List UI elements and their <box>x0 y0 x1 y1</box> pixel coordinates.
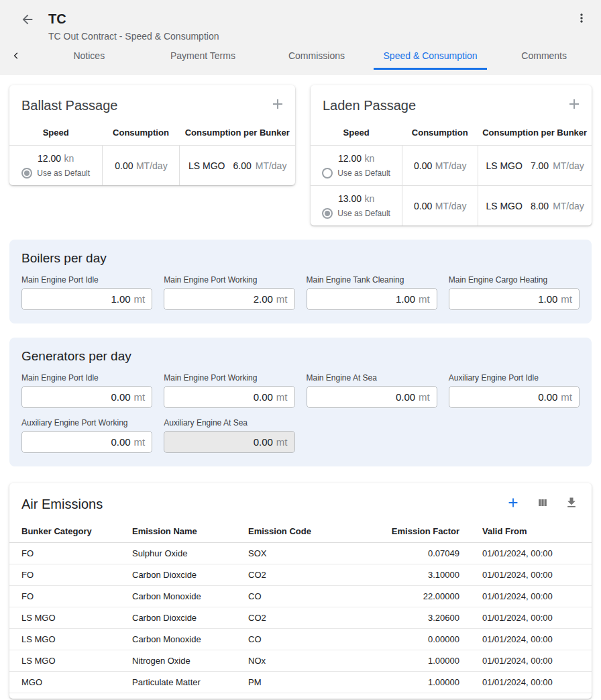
emission-name-cell: Carbon Dioxcide <box>132 564 248 586</box>
column-header-valid-from: Valid From <box>459 521 592 543</box>
back-button[interactable] <box>19 12 36 30</box>
column-header-emission-name: Emission Name <box>132 521 248 543</box>
field-label: Main Engine At Sea <box>307 373 437 383</box>
bunker-category-cell: MGO <box>9 672 132 693</box>
bunker-category-cell: FO <box>9 564 132 586</box>
field-unit: mt <box>419 293 430 305</box>
arrow-left-icon <box>20 12 35 30</box>
bunker-category-cell: FO <box>9 543 132 564</box>
add-emission-button[interactable] <box>506 495 521 513</box>
emission-code-cell: CO2 <box>248 564 369 586</box>
boilers-main-engine-cargo-heating-input[interactable]: 1.00 mt <box>449 288 580 310</box>
emission-code-cell: CO <box>248 629 369 650</box>
use-as-default-label: Use as Default <box>37 168 90 178</box>
emission-name-cell: Sulphur Oxide <box>132 543 248 564</box>
column-header-consumption-per-bunker: Consumption per Bunker <box>179 128 295 138</box>
app-header: TC TC Out Contract - Speed & Consumption… <box>0 0 601 75</box>
emission-row[interactable]: MGO Particulate Matter PM 1.00000 01/01/… <box>9 672 592 693</box>
field-value: 2.00 <box>254 293 273 305</box>
emission-row[interactable]: FO Carbon Dioxcide CO2 3.10000 01/01/202… <box>9 564 592 586</box>
emission-row[interactable]: FO Sulphur Oxide SOX 0.07049 01/01/2024,… <box>9 543 592 564</box>
tab-bar: Notices Payment Terms Commissions Speed … <box>0 43 601 70</box>
boilers-main-engine-tank-cleaning-input[interactable]: 1.00 mt <box>307 288 437 310</box>
kebab-menu-button[interactable] <box>573 11 590 28</box>
field-generators-auxiliary-engine-at-sea: Auxiliary Engine At Sea 0.00 mt <box>164 418 294 453</box>
radio-unselected-icon[interactable] <box>322 168 333 179</box>
field-label: Main Engine Port Working <box>164 275 294 285</box>
valid-from-cell: 01/01/2024, 00:00 <box>459 586 592 607</box>
laden-speed-cell: 12.00 kn Use as Default <box>311 146 402 185</box>
bunker-value: 6.00 <box>233 160 251 171</box>
boilers-main-engine-port-idle-input[interactable]: 1.00 mt <box>21 288 152 310</box>
generators-auxiliary-engine-port-working-input[interactable]: 0.00 mt <box>21 431 152 453</box>
boilers-main-engine-port-working-input[interactable]: 2.00 mt <box>164 288 294 310</box>
radio-selected-icon[interactable] <box>21 168 32 179</box>
field-label: Main Engine Port Working <box>164 373 294 383</box>
bunker-unit: MT/day <box>553 160 584 171</box>
boilers-section-title: Boilers per day <box>21 251 580 266</box>
laden-speed-row: 12.00 kn Use as Default 0.00 MT/day LS M… <box>311 145 592 185</box>
field-unit: mt <box>561 391 572 403</box>
emission-factor-cell: 0.07049 <box>369 543 459 564</box>
generators-main-engine-at-sea-input[interactable]: 0.00 mt <box>307 386 437 408</box>
download-icon <box>565 496 578 512</box>
tab-comments[interactable]: Comments <box>487 43 601 70</box>
field-generators-main-engine-port-idle: Main Engine Port Idle 0.00 mt <box>21 373 152 408</box>
air-emissions-card: Air Emissions <box>9 483 592 699</box>
field-boilers-main-engine-cargo-heating: Main Engine Cargo Heating 1.00 mt <box>449 275 580 310</box>
boilers-per-day-section: Boilers per day Main Engine Port Idle 1.… <box>9 240 592 323</box>
bunker-name: LS MGO <box>188 160 225 171</box>
radio-selected-icon[interactable] <box>322 208 333 219</box>
tab-scroll-left-button[interactable] <box>0 43 32 70</box>
field-unit: mt <box>276 391 288 403</box>
tab-payment-terms[interactable]: Payment Terms <box>146 43 260 70</box>
columns-icon <box>536 496 549 512</box>
tab-commissions[interactable]: Commissions <box>260 43 374 70</box>
field-unit: mt <box>561 293 572 305</box>
ballast-add-speed-button[interactable] <box>270 96 286 115</box>
download-button[interactable] <box>565 496 578 512</box>
use-as-default-option[interactable]: Use as Default <box>21 168 90 179</box>
emission-row[interactable]: LS MGO Nitrogen Oxide NOx 1.00000 01/01/… <box>9 650 592 672</box>
bunker-category-cell: LS MGO <box>9 629 132 650</box>
header-top-row: TC TC Out Contract - Speed & Consumption <box>0 0 601 42</box>
bunker-category-cell: FO <box>9 586 132 607</box>
generators-auxiliary-engine-at-sea-input: 0.00 mt <box>164 431 294 453</box>
valid-from-cell: 01/01/2024, 00:00 <box>459 607 592 629</box>
speed-value: 13.00 <box>338 193 362 204</box>
emission-factor-cell: 1.00000 <box>369 672 459 693</box>
field-generators-main-engine-port-working: Main Engine Port Working 0.00 mt <box>164 373 294 408</box>
emission-factor-cell: 0.00000 <box>369 629 459 650</box>
emission-row[interactable]: LS MGO Carbon Dioxcide CO2 3.20600 01/01… <box>9 607 592 629</box>
emission-row[interactable]: LS MGO Carbon Monoxide CO 0.00000 01/01/… <box>9 629 592 650</box>
field-unit: mt <box>419 391 430 403</box>
laden-speed-row: 13.00 kn Use as Default 0.00 MT/day LS M… <box>311 185 592 226</box>
laden-add-speed-button[interactable] <box>566 96 582 115</box>
laden-speed-cell: 13.00 kn Use as Default <box>311 186 402 226</box>
generators-main-engine-port-idle-input[interactable]: 0.00 mt <box>21 386 152 408</box>
consumption-unit: MT/day <box>136 160 168 171</box>
field-boilers-main-engine-tank-cleaning: Main Engine Tank Cleaning 1.00 mt <box>307 275 437 310</box>
laden-passage-title: Laden Passage <box>323 98 416 113</box>
page-subtitle: TC Out Contract - Speed & Consumption <box>48 31 219 42</box>
emission-name-cell: Carbon Dioxcide <box>132 607 248 629</box>
tab-notices[interactable]: Notices <box>32 43 146 70</box>
field-label: Auxiliary Engine Port Working <box>21 418 152 428</box>
field-value: 1.00 <box>111 293 130 305</box>
columns-view-button[interactable] <box>536 496 549 512</box>
emission-row[interactable]: FO Carbon Monoxide CO 22.00000 01/01/202… <box>9 586 592 607</box>
field-value: 0.00 <box>111 436 130 448</box>
use-as-default-option[interactable]: Use as Default <box>322 168 390 179</box>
use-as-default-option[interactable]: Use as Default <box>322 208 390 219</box>
tab-speed-consumption[interactable]: Speed & Consumption <box>374 43 488 70</box>
laden-consumption-cell: 0.00 MT/day <box>402 146 478 185</box>
emission-code-cell: NOx <box>248 650 369 672</box>
column-header-speed: Speed <box>9 128 102 138</box>
ballast-bunker-cell: LS MGO 6.00 MT/day <box>179 146 295 185</box>
generators-auxiliary-engine-port-idle-input[interactable]: 0.00 mt <box>449 386 580 408</box>
field-generators-auxiliary-engine-port-working: Auxiliary Engine Port Working 0.00 mt <box>21 418 152 453</box>
valid-from-cell: 01/01/2024, 00:00 <box>459 650 592 672</box>
column-header-consumption: Consumption <box>102 128 179 138</box>
column-header-consumption: Consumption <box>402 128 478 138</box>
generators-main-engine-port-working-input[interactable]: 0.00 mt <box>164 386 294 408</box>
